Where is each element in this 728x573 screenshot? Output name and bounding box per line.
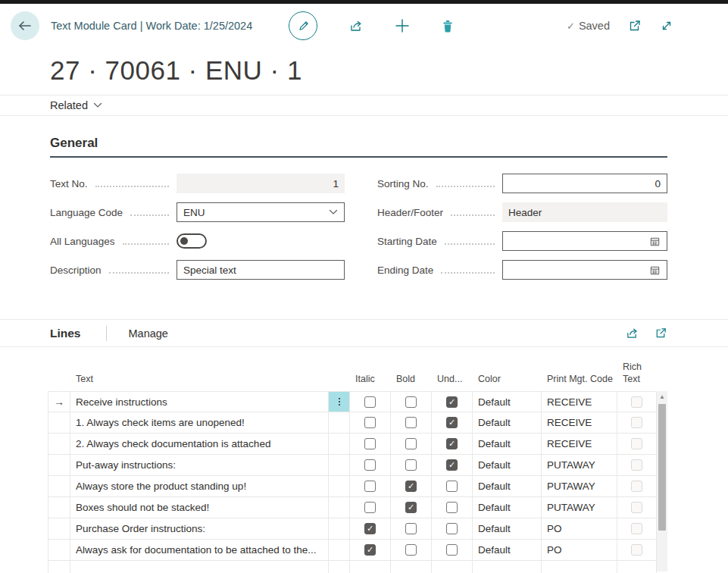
row-options-button[interactable]	[329, 392, 349, 412]
color-value[interactable]: Default	[473, 518, 542, 539]
row-text[interactable]: Always store the product standing up!	[70, 476, 329, 496]
vertical-scrollbar[interactable]: ▲	[657, 391, 667, 571]
print-code-value[interactable]: PO	[542, 540, 617, 560]
dropdown-chevron-icon[interactable]	[329, 209, 338, 215]
ending-date-field[interactable]	[502, 260, 667, 280]
color-value[interactable]	[473, 561, 542, 573]
table-row[interactable]: Purchase Order instructions: Default PO	[48, 518, 657, 540]
row-text[interactable]: Always ask for documentation to be attac…	[70, 540, 329, 560]
print-code-value[interactable]: RECEIVE	[542, 412, 617, 433]
underline-cell	[432, 392, 473, 412]
edit-button[interactable]	[289, 11, 317, 40]
underline-checkbox[interactable]	[446, 544, 458, 556]
sorting-no-field[interactable]: 0	[502, 174, 667, 193]
bold-checkbox[interactable]	[405, 459, 417, 471]
language-code-field[interactable]: ENU	[177, 202, 345, 222]
table-row[interactable]: Always store the product standing up! De…	[48, 476, 657, 497]
all-languages-toggle[interactable]	[177, 233, 207, 249]
row-text[interactable]: Purchase Order instructions:	[70, 518, 329, 539]
column-header-bold[interactable]: Bold	[391, 373, 432, 391]
row-text[interactable]: Receive instructions	[70, 392, 329, 412]
bold-checkbox[interactable]	[405, 523, 417, 534]
italic-checkbox[interactable]	[364, 438, 376, 449]
print-code-value[interactable]: PO	[542, 518, 617, 539]
related-menu[interactable]: Related	[50, 99, 102, 111]
bold-checkbox[interactable]	[405, 502, 417, 513]
header-footer-field: Header	[502, 202, 667, 222]
row-menu-cell	[329, 455, 350, 475]
underline-checkbox[interactable]	[446, 502, 458, 513]
bold-checkbox[interactable]	[405, 396, 417, 408]
column-header-rich-text[interactable]: Rich Text	[617, 361, 657, 392]
back-button[interactable]	[11, 11, 39, 40]
italic-checkbox[interactable]	[364, 502, 376, 513]
color-value[interactable]: Default	[473, 412, 542, 433]
color-value[interactable]: Default	[473, 455, 542, 475]
column-header-italic[interactable]: Italic	[350, 373, 391, 391]
table-row[interactable]: 2. Always check documentation is attache…	[48, 434, 657, 455]
table-row[interactable]: Boxes should not be stacked! Default PUT…	[48, 497, 657, 518]
table-row[interactable]: Put-away instructions: Default PUTAWAY	[48, 455, 657, 476]
color-value[interactable]: Default	[473, 434, 542, 454]
underline-checkbox[interactable]	[446, 438, 458, 449]
trash-icon	[441, 19, 455, 33]
calendar-icon[interactable]	[649, 236, 661, 247]
table-row[interactable]: Always ask for documentation to be attac…	[48, 540, 657, 561]
row-text[interactable]: Boxes should not be stacked!	[70, 497, 329, 518]
color-value[interactable]: Default	[473, 497, 542, 518]
underline-checkbox[interactable]	[446, 396, 458, 408]
row-text[interactable]: 2. Always check documentation is attache…	[70, 434, 329, 454]
italic-checkbox[interactable]	[364, 544, 376, 556]
color-value[interactable]: Default	[473, 476, 542, 496]
delete-button[interactable]	[441, 19, 455, 33]
underline-checkbox[interactable]	[446, 523, 458, 534]
dotted-leader	[451, 214, 495, 216]
column-header-text[interactable]: Text	[70, 373, 329, 391]
color-value[interactable]: Default	[473, 540, 542, 560]
share-button[interactable]	[348, 19, 364, 33]
open-in-new-window-button[interactable]	[628, 19, 642, 33]
italic-checkbox[interactable]	[364, 481, 376, 492]
lines-section-title[interactable]: Lines	[50, 327, 80, 340]
starting-date-field[interactable]	[502, 231, 667, 251]
row-text[interactable]: Put-away instructions:	[70, 455, 329, 475]
italic-checkbox[interactable]	[364, 459, 376, 471]
print-code-value[interactable]	[542, 561, 617, 573]
print-code-value[interactable]: PUTAWAY	[542, 476, 617, 496]
table-row[interactable]	[48, 561, 657, 573]
italic-checkbox[interactable]	[364, 417, 376, 428]
new-button[interactable]	[395, 18, 410, 33]
row-text[interactable]: 1. Always check items are unopened!	[70, 412, 329, 433]
bold-checkbox[interactable]	[405, 438, 417, 449]
italic-checkbox[interactable]	[364, 396, 376, 408]
bold-cell	[391, 412, 432, 433]
color-value[interactable]: Default	[473, 392, 542, 412]
calendar-icon[interactable]	[649, 265, 661, 276]
bold-checkbox[interactable]	[405, 481, 417, 492]
print-code-value[interactable]: PUTAWAY	[542, 497, 617, 518]
print-code-value[interactable]: PUTAWAY	[542, 455, 617, 475]
scroll-up-arrow[interactable]: ▲	[657, 391, 667, 402]
column-header-color[interactable]: Color	[473, 373, 542, 391]
richtext-cell	[617, 497, 657, 518]
lines-open-in-new-button[interactable]	[655, 327, 667, 340]
fullscreen-button[interactable]	[660, 19, 673, 33]
description-field[interactable]: Special text	[177, 260, 345, 280]
row-text[interactable]	[70, 561, 329, 573]
column-header-print-mgt-code[interactable]: Print Mgt. Code	[542, 373, 617, 391]
manage-menu[interactable]: Manage	[128, 327, 167, 340]
lines-share-button[interactable]	[625, 327, 639, 340]
column-header-underline[interactable]: Und...	[432, 373, 473, 391]
underline-checkbox[interactable]	[446, 459, 458, 471]
table-row[interactable]: 1. Always check items are unopened! Defa…	[48, 412, 657, 434]
italic-checkbox[interactable]	[364, 523, 376, 534]
underline-checkbox[interactable]	[446, 481, 458, 492]
print-code-value[interactable]: RECEIVE	[542, 434, 617, 454]
print-code-value[interactable]: RECEIVE	[542, 392, 617, 412]
bold-checkbox[interactable]	[405, 417, 417, 428]
table-row[interactable]: → Receive instructions Default RECEIVE	[48, 391, 657, 412]
back-arrow-icon	[18, 20, 32, 32]
scrollbar-thumb[interactable]	[658, 404, 666, 531]
underline-checkbox[interactable]	[446, 417, 458, 428]
bold-checkbox[interactable]	[405, 544, 417, 556]
